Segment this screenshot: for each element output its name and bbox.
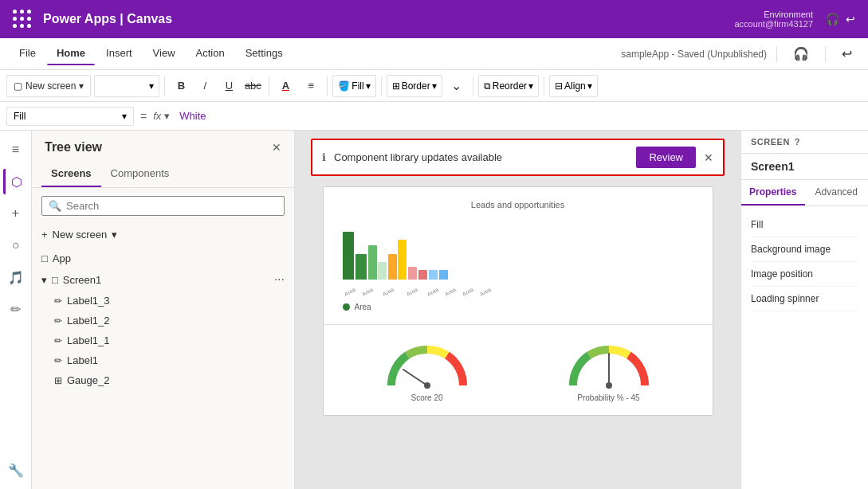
sidebar-hamburger[interactable]: ≡ xyxy=(3,137,29,162)
tab-properties[interactable]: Properties xyxy=(741,180,805,205)
menu-view[interactable]: View xyxy=(143,42,185,65)
strikethrough-button[interactable]: abc xyxy=(242,75,264,97)
sidebar-add[interactable]: + xyxy=(3,201,29,226)
screen-options-button[interactable]: ··· xyxy=(274,272,285,287)
tab-components[interactable]: Components xyxy=(101,161,179,187)
gauge1-container: Score 20 xyxy=(379,338,475,402)
sidebar-media[interactable]: 🎵 xyxy=(3,264,29,290)
notification-close-button[interactable]: ✕ xyxy=(704,151,713,164)
menu-file[interactable]: File xyxy=(10,42,45,65)
sidebar-data[interactable]: ○ xyxy=(3,233,29,258)
tree-search-box[interactable]: 🔍 xyxy=(41,196,285,216)
paint-bucket-icon: 🪣 xyxy=(338,80,350,92)
tree-item-gauge2[interactable]: ⊞ Gauge_2 xyxy=(32,370,294,390)
prop-fill[interactable]: Fill xyxy=(751,213,858,237)
align-dropdown[interactable]: ⊟ Align ▾ xyxy=(549,75,598,97)
tab-screens[interactable]: Screens xyxy=(41,161,101,187)
italic-button[interactable]: / xyxy=(194,75,216,97)
prop-loading-spinner[interactable]: Loading spinner xyxy=(751,287,858,311)
bar-chart xyxy=(336,216,700,288)
sidebar-variables[interactable]: ✏ xyxy=(3,296,29,322)
border-chevron: ▾ xyxy=(432,80,437,92)
toolbar-sep1 xyxy=(164,76,165,96)
new-screen-tree-button[interactable]: + New screen ▾ xyxy=(32,224,294,245)
app-label: App xyxy=(53,252,71,264)
app-launcher[interactable] xyxy=(13,10,32,29)
main-layout: ≡ ⬡ + ○ 🎵 ✏ 🔧 Tree view ✕ Screens Compon… xyxy=(0,131,868,489)
formula-input[interactable] xyxy=(176,107,862,125)
undo-icon[interactable]: ↩ xyxy=(846,13,855,25)
top-bar: Power Apps | Canvas Environment account@… xyxy=(0,0,868,38)
menu-divider xyxy=(776,46,777,62)
fill-dropdown[interactable]: 🪣 Fill ▾ xyxy=(332,75,375,97)
menu-divider2 xyxy=(825,46,826,62)
tree-items: □ App ▾ □ Screen1 ··· ✏ Label1_3 ✏ Label… xyxy=(32,248,294,489)
prop-background-image[interactable]: Background image xyxy=(751,237,858,262)
toolbar-sep4 xyxy=(381,76,382,96)
new-screen-button[interactable]: ▢ New screen ▾ xyxy=(6,75,91,97)
label1-2-text: Label1_2 xyxy=(67,315,110,327)
bar xyxy=(439,270,448,280)
menu-insert[interactable]: Insert xyxy=(96,42,142,65)
sidebar-icons: ≡ ⬡ + ○ 🎵 ✏ 🔧 xyxy=(0,131,32,489)
gauge1-label: Score 20 xyxy=(410,393,442,402)
share-button[interactable]: 🎧 xyxy=(787,43,815,65)
property-selector[interactable]: Fill ▾ xyxy=(6,107,134,126)
tree-item-app[interactable]: □ App xyxy=(32,248,294,268)
legend-dot xyxy=(343,303,350,311)
tree-close-button[interactable]: ✕ xyxy=(272,141,281,154)
gauge-section: Score 20 Probability % - 45 xyxy=(324,324,713,415)
tree-header: Tree view ✕ xyxy=(32,131,294,161)
tree-item-screen1[interactable]: ▾ □ Screen1 ··· xyxy=(32,268,294,291)
bar xyxy=(388,254,397,280)
tree-panel: Tree view ✕ Screens Components 🔍 + New s… xyxy=(32,131,295,489)
border-dropdown[interactable]: ⊞ Border ▾ xyxy=(387,75,442,97)
environment-name: account@firm43127 xyxy=(734,19,813,29)
gauge-icon: ⊞ xyxy=(54,375,62,386)
chevron-down-button[interactable]: ⌄ xyxy=(446,75,468,97)
tree-item-label1[interactable]: ✏ Label1 xyxy=(32,350,294,370)
help-icon[interactable]: 🎧 xyxy=(826,13,839,25)
text-format-group: B / U abc xyxy=(170,75,264,97)
gauge2-svg xyxy=(561,338,657,393)
fill-chevron: ▾ xyxy=(366,80,371,92)
plus-icon: + xyxy=(41,229,48,241)
svg-point-3 xyxy=(606,382,612,389)
tree-item-label1-2[interactable]: ✏ Label1_2 xyxy=(32,311,294,331)
menu-home[interactable]: Home xyxy=(47,42,95,65)
notification-message: Component library updates available xyxy=(334,151,628,163)
menu-action[interactable]: Action xyxy=(187,42,234,65)
props-tabs: Properties Advanced xyxy=(741,180,868,206)
review-button[interactable]: Review xyxy=(636,147,696,168)
font-color-button[interactable]: A xyxy=(274,75,297,97)
search-input[interactable] xyxy=(66,200,277,212)
sidebar-settings[interactable]: 🔧 xyxy=(3,457,29,483)
underline-button[interactable]: U xyxy=(218,75,240,97)
align-label: Align xyxy=(564,80,586,92)
align-icon: ⊟ xyxy=(555,80,563,92)
chevron-down-icon: ▾ xyxy=(149,80,154,92)
screen1-label: Screen1 xyxy=(63,274,101,286)
align-button[interactable]: ≡ xyxy=(300,75,322,97)
label1-3-text: Label1_3 xyxy=(67,295,110,307)
help-circle-icon[interactable]: ? xyxy=(795,137,800,147)
tree-item-label1-3[interactable]: ✏ Label1_3 xyxy=(32,291,294,311)
tree-item-label1-1[interactable]: ✏ Label1_1 xyxy=(32,331,294,350)
tab-advanced[interactable]: Advanced xyxy=(805,180,869,205)
menu-settings[interactable]: Settings xyxy=(236,42,293,65)
legend-label: Area xyxy=(355,303,371,311)
environment-label: Environment xyxy=(764,10,813,19)
sidebar-treeview[interactable]: ⬡ xyxy=(3,169,29,194)
screen-header-label: SCREEN xyxy=(751,137,790,147)
label1-text: Label1 xyxy=(67,354,98,366)
back-button[interactable]: ↩ xyxy=(835,43,858,65)
reorder-dropdown[interactable]: ⧉ Reorder ▾ xyxy=(478,75,539,97)
fx-button[interactable]: fx ▾ xyxy=(153,110,170,122)
bar xyxy=(355,254,367,280)
formula-bar: Fill ▾ = fx ▾ xyxy=(0,102,868,131)
style-dropdown[interactable]: ▾ xyxy=(94,75,159,97)
prop-image-position[interactable]: Image position xyxy=(751,262,858,287)
chart-legend: Area xyxy=(336,303,700,311)
gauge2-container: Probability % - 45 xyxy=(561,338,657,402)
bold-button[interactable]: B xyxy=(170,75,192,97)
